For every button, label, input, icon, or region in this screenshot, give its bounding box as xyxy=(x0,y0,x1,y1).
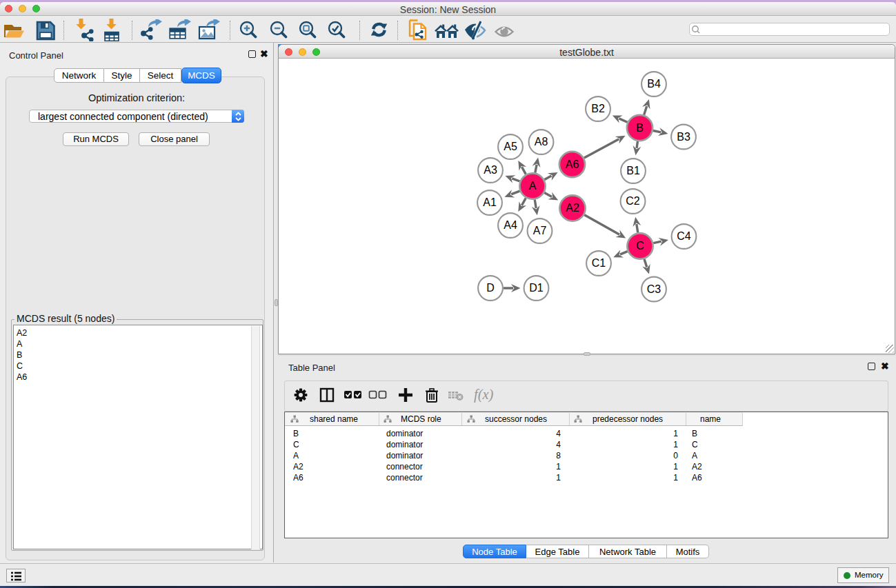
svg-text:A: A xyxy=(529,180,537,192)
svg-text:B1: B1 xyxy=(626,165,640,176)
svg-text:B: B xyxy=(636,122,644,134)
svg-text:B3: B3 xyxy=(677,131,690,143)
svg-text:B2: B2 xyxy=(591,103,605,114)
svg-text:A4: A4 xyxy=(504,219,517,231)
svg-text:A7: A7 xyxy=(533,225,547,236)
svg-text:C2: C2 xyxy=(626,195,640,207)
svg-text:A3: A3 xyxy=(484,164,497,176)
svg-text:C3: C3 xyxy=(647,283,661,295)
svg-text:D: D xyxy=(486,282,495,294)
svg-text:A1: A1 xyxy=(483,196,497,208)
svg-text:C1: C1 xyxy=(592,257,606,269)
svg-text:D1: D1 xyxy=(529,282,544,294)
svg-text:B4: B4 xyxy=(647,78,661,90)
svg-text:A2: A2 xyxy=(566,202,579,214)
svg-text:A8: A8 xyxy=(535,136,548,148)
svg-text:C4: C4 xyxy=(677,230,691,242)
svg-text:A5: A5 xyxy=(504,141,517,152)
svg-text:C: C xyxy=(636,240,644,252)
svg-text:A6: A6 xyxy=(566,159,579,170)
svg-text:f(x): f(x) xyxy=(474,387,494,403)
